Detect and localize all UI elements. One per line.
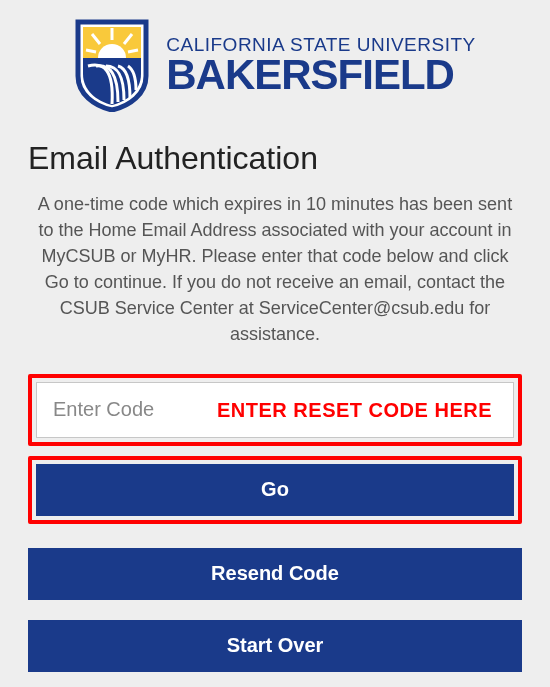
code-input-highlight: ENTER RESET CODE HERE <box>28 374 522 446</box>
start-over-button[interactable]: Start Over <box>28 620 522 672</box>
content-area: Email Authentication A one-time code whi… <box>0 140 550 672</box>
csub-shield-icon <box>74 18 150 112</box>
resend-code-button[interactable]: Resend Code <box>28 548 522 600</box>
svg-line-5 <box>128 50 138 52</box>
code-input[interactable] <box>36 382 514 438</box>
university-wordmark: CALIFORNIA STATE UNIVERSITY BAKERSFIELD <box>166 35 475 96</box>
go-button[interactable]: Go <box>36 464 514 516</box>
logo-row: CALIFORNIA STATE UNIVERSITY BAKERSFIELD <box>0 18 550 112</box>
code-input-wrapper: ENTER RESET CODE HERE <box>36 382 514 438</box>
page-title: Email Authentication <box>28 140 522 177</box>
instructions-text: A one-time code which expires in 10 minu… <box>28 191 522 348</box>
svg-line-4 <box>86 50 96 52</box>
go-button-highlight: Go <box>28 456 522 524</box>
university-name-bottom: BAKERSFIELD <box>166 54 475 96</box>
page-container: CALIFORNIA STATE UNIVERSITY BAKERSFIELD … <box>0 0 550 672</box>
